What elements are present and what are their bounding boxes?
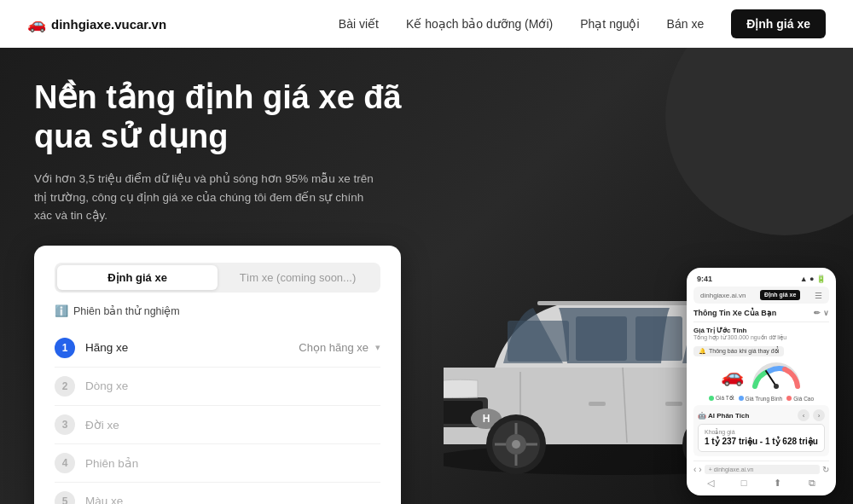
phone-ai-title: 🤖 AI Phân Tích [698,412,749,420]
menu-icon: ☰ [815,291,822,300]
legend-dot-tot [709,396,714,401]
step-label-1: Hãng xe [85,341,288,354]
form-step-5: 5 Màu xe [55,483,380,504]
ai-prev-button[interactable]: ‹ [798,409,809,421]
logo-icon: 🚗 [27,14,46,33]
tab-tim-xe[interactable]: Tìm xe (coming soon...) [218,265,378,290]
nav-bai-viet[interactable]: Bài viết [339,17,379,31]
logo[interactable]: 🚗 dinhgiaxe.vucar.vn [27,14,166,33]
phone-price-label: Giá Trị Ước Tính [693,327,829,334]
phone-time: 9:41 [697,275,712,283]
beta-badge: ℹ️ Phiên bản thử nghiệm [55,304,380,317]
nav-phat-nguoi[interactable]: Phạt nguội [580,17,639,31]
phone-section-title-text: Thông Tin Xe Của Bạn [693,309,776,317]
form-step-2: 2 Dòng xe [55,368,380,406]
phone-nav-bar: ◁ □ ⬆ ⧉ [693,474,829,489]
phone-gauge-area: 🚗 [693,361,829,391]
phone-car-icon: 🚗 [721,365,744,387]
svg-point-18 [512,440,520,449]
ai-next-button[interactable]: › [813,409,825,421]
hero-subtitle: Với hơn 3,5 triệu điểm dữ liệu và phủ só… [34,170,375,225]
phone-section-title: Thông Tin Xe Của Bạn ✏ ∨ [693,309,829,317]
step-label-5: Màu xe [85,495,380,504]
legend-item-tb: Giá Trung Bình [739,395,783,402]
nav-links: Bài viết Kế hoạch bảo dưỡng (Mới) Phạt n… [339,9,826,38]
phone-ai-nav: ‹ › [798,409,825,421]
step-number-3: 3 [55,414,75,435]
form-step-3: 3 Đời xe [55,406,380,444]
chevron-down-icon: ▾ [375,342,380,353]
phone-notify-text: Thông báo khi giá thay đổi [709,348,779,355]
nav-tabs-icon[interactable]: ⧉ [809,478,815,489]
phone-bottom-url: + dinhgiaxe.ai.vn [705,465,820,474]
step-number-2: 2 [55,376,75,397]
phone-ai-range-label: Khoảng giá [705,429,818,436]
phone-divider-1 [693,322,829,322]
back-icon[interactable]: ‹ [693,465,696,474]
robot-icon: 🤖 [698,412,706,420]
phone-legend: Giá Tốt Giá Trung Bình Giá Cao [693,395,829,402]
nav-ban-xe[interactable]: Bán xe [667,17,705,31]
svg-rect-2 [537,301,691,305]
svg-line-31 [766,371,776,386]
svg-rect-5 [576,316,627,361]
step-label-2: Dòng xe [85,379,380,392]
svg-text:H: H [483,413,490,425]
logo-text: dinhgiaxe.vucar.vn [51,17,166,32]
nav-share-icon[interactable]: ⬆ [774,478,781,489]
legend-label-tot: Giá Tốt [716,395,734,402]
nav-back-icon[interactable]: ◁ [707,478,714,489]
phone-ai-range-value: 1 tỷ 237 triệu - 1 tỷ 628 triệu [705,436,818,447]
svg-rect-6 [635,316,682,361]
phone-bottom-bar: ‹ › + dinhgiaxe.ai.vn ↻ [693,461,829,474]
step-number-4: 4 [55,453,75,473]
ai-title-text: AI Phân Tích [708,412,749,420]
svg-rect-9 [665,402,682,406]
legend-dot-tb [739,396,744,401]
svg-rect-8 [589,402,606,406]
svg-point-32 [774,384,779,389]
nav-home-icon[interactable]: □ [741,478,747,489]
legend-label-cao: Giá Cao [793,396,814,402]
navbar: 🚗 dinhgiaxe.vucar.vn Bài viết Kế hoạch b… [0,0,853,48]
legend-item-cao: Giá Cao [786,395,814,402]
step-label-4: Phiên bản [85,456,380,470]
step-number-5: 5 [55,491,75,504]
step-1-placeholder: Chọn hãng xe [299,341,368,354]
tab-dinh-gia-xe[interactable]: Định giá xe [57,265,218,290]
phone-ai-section: 🤖 AI Phân Tích ‹ › Khoảng giá 1 tỷ 237 t… [693,405,829,456]
beta-text: Phiên bản thử nghiệm [73,304,180,317]
main-content: Nền tảng định giá xe đã qua sử dụng Với … [0,48,853,504]
phone-notify-btn[interactable]: 🔔 Thông báo khi giá thay đổi [693,346,784,356]
forward-icon[interactable]: › [699,465,701,474]
step-label-3: Đời xe [85,418,380,432]
form-tabs: Định giá xe Tìm xe (coming soon...) [55,263,380,293]
right-panel: H [444,48,853,504]
info-icon: ℹ️ [55,304,68,317]
left-panel: Nền tảng định giá xe đã qua sử dụng Với … [0,48,444,504]
legend-dot-cao [786,396,792,401]
hero-title: Nền tảng định giá xe đã qua sử dụng [34,78,409,156]
form-steps: 1 Hãng xe Chọn hãng xe ▾ 2 Dòng xe 3 Đời… [55,329,380,504]
phone-cta[interactable]: Định giá xe [760,290,800,300]
step-1-select[interactable]: Chọn hãng xe ▾ [299,341,380,354]
phone-price-sub: Tổng hợp từ 300.000 nguồn dữ liệu [693,334,829,341]
legend-label-tb: Giá Trung Bình [746,396,783,402]
phone-url: dinhgiaxe.ai.vn [700,292,746,299]
form-card: Định giá xe Tìm xe (coming soon...) ℹ️ P… [34,246,401,504]
phone-signals: ▲ ● 🔋 [800,275,826,283]
form-step-4: 4 Phiên bản [55,444,380,483]
phone-browser-bar: dinhgiaxe.ai.vn Định giá xe ☰ [693,287,829,304]
refresh-icon[interactable]: ↻ [822,465,829,474]
gauge [751,361,802,391]
edit-icon: ✏ ∨ [814,309,829,317]
phone-status-bar: 9:41 ▲ ● 🔋 [693,275,829,287]
phone-ai-range-box: Khoảng giá 1 tỷ 237 triệu - 1 tỷ 628 tri… [698,424,825,452]
navbar-cta-button[interactable]: Định giá xe [731,9,826,38]
phone-price-section: Giá Trị Ước Tính Tổng hợp từ 300.000 ngu… [693,327,829,356]
nav-ke-hoach[interactable]: Kế hoạch bảo dưỡng (Mới) [406,17,553,31]
form-step-1: 1 Hãng xe Chọn hãng xe ▾ [55,329,380,368]
bell-icon: 🔔 [699,348,706,355]
svg-rect-7 [508,321,569,362]
step-number-1: 1 [55,338,75,358]
